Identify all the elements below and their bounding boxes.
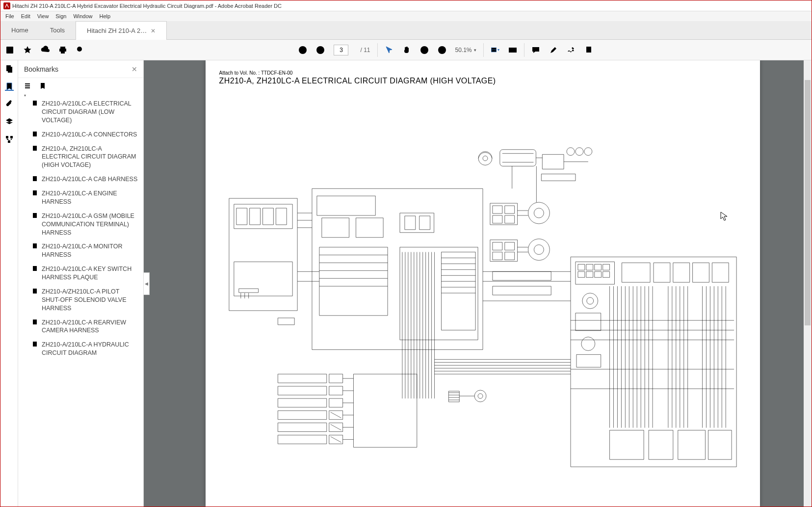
hand-tool-icon[interactable] [402, 46, 411, 54]
svg-point-194 [581, 337, 595, 351]
selection-tool-icon[interactable] [385, 46, 393, 54]
bookmark-item[interactable]: ZH210-A/210LC-A REARVIEW CAMERA HARNESS [18, 316, 143, 338]
fit-width-icon[interactable]: ▾ [491, 46, 499, 54]
svg-rect-81 [234, 262, 292, 296]
tab-home[interactable]: Home [0, 21, 39, 39]
close-panel-icon[interactable]: ✕ [131, 65, 137, 73]
star-icon[interactable] [23, 46, 32, 54]
bookmark-item[interactable]: ZH210-A/210LC-A CONNECTORS [18, 128, 143, 142]
pdf-page: Attach to Vol. No. : TTDCF-EN-00 ZH210-A… [206, 60, 760, 507]
svg-point-192 [586, 297, 593, 304]
bookmark-item[interactable]: ZH210-A/210LC-A KEY SWITCH HARNESS PLAQU… [18, 262, 143, 285]
model-tree-icon[interactable] [5, 135, 14, 144]
close-tab-icon[interactable]: ✕ [151, 27, 156, 34]
page-number-input[interactable] [334, 45, 348, 55]
svg-rect-82 [238, 289, 258, 293]
bookmarks-icon[interactable] [5, 82, 14, 91]
bookmark-item[interactable]: ZH210-A/210LC-A ELECTRICAL CIRCUIT DIAGR… [18, 97, 143, 128]
svg-rect-178 [577, 264, 584, 270]
layers-icon[interactable] [5, 117, 14, 126]
tab-tools[interactable]: Tools [39, 21, 76, 39]
svg-rect-129 [490, 240, 517, 262]
mouse-cursor-icon [720, 212, 728, 221]
page-up-icon[interactable] [298, 46, 307, 54]
bookmark-item[interactable]: ZH210-A/ZH210LC-A PILOT SHUT-OFF SOLENOI… [18, 285, 143, 316]
page-down-icon[interactable] [316, 46, 325, 54]
bookmark-item[interactable]: ZH210-A/210LC-A GSM (MOBILE COMMUNICATIO… [18, 209, 143, 240]
bookmark-item[interactable]: ZH210-A/210LC-A HYDRAULIC CIRCUIT DIAGRA… [18, 338, 143, 360]
tab-document[interactable]: Hitachi ZH 210-A 2… ✕ [76, 21, 167, 40]
svg-rect-42 [33, 190, 37, 195]
highlight-icon[interactable] [549, 46, 558, 54]
svg-rect-182 [577, 271, 584, 277]
page-attach-label: Attach to Vol. No. : TTDCF-EN-00 [219, 70, 746, 76]
menu-window[interactable]: Window [70, 12, 95, 20]
bookmarks-panel: Bookmarks ✕ ▾ ZH210-A/210LC-A ELECTRICAL… [18, 60, 144, 507]
svg-rect-3 [7, 51, 12, 53]
svg-point-64 [483, 156, 488, 161]
print-icon[interactable] [58, 46, 67, 54]
svg-rect-162 [278, 435, 326, 444]
thumbnails-icon[interactable] [5, 64, 14, 73]
navigation-rail [0, 60, 18, 507]
menu-edit[interactable]: Edit [18, 12, 33, 20]
menubar: File Edit View Sign Window Help [0, 11, 812, 21]
svg-rect-125 [492, 206, 502, 213]
bookmark-item[interactable]: ZH210-A/210LC-A ENGINE HARNESS [18, 187, 143, 209]
upload-cloud-icon[interactable] [41, 46, 50, 54]
save-icon[interactable] [5, 46, 14, 54]
menu-view[interactable]: View [34, 12, 52, 20]
bookmark-item[interactable]: ZH210-A, ZH210LC-A ELECTRICAL CIRCUIT DI… [18, 142, 143, 173]
svg-rect-143 [492, 286, 550, 295]
document-area[interactable]: ◀ Attach to Vol. No. : TTDCF-EN-00 ZH210… [144, 60, 812, 507]
svg-point-63 [478, 152, 492, 165]
read-mode-icon[interactable] [508, 46, 517, 54]
svg-point-13 [438, 46, 446, 54]
collapse-panel-handle[interactable]: ◀ [144, 272, 150, 295]
svg-point-11 [420, 46, 428, 54]
svg-rect-183 [586, 271, 593, 277]
zoom-out-icon[interactable] [420, 46, 429, 54]
svg-rect-156 [278, 411, 326, 420]
panel-title: Bookmarks [24, 65, 58, 73]
comment-icon[interactable] [531, 46, 540, 54]
svg-point-134 [528, 202, 550, 224]
svg-rect-80 [276, 208, 287, 225]
svg-rect-88 [316, 196, 375, 215]
svg-rect-30 [33, 101, 37, 106]
svg-rect-6 [61, 51, 65, 53]
scrollbar-thumb[interactable] [805, 80, 811, 325]
svg-rect-152 [278, 386, 326, 395]
panel-options-icon[interactable]: ▾ [24, 82, 32, 90]
vertical-scrollbar[interactable] [804, 60, 812, 507]
svg-rect-74 [541, 174, 576, 181]
sign-icon[interactable] [567, 46, 576, 54]
zoom-level[interactable]: 50.1%▾ [455, 47, 476, 53]
new-bookmark-icon[interactable] [39, 82, 47, 90]
acrobat-icon [3, 2, 10, 9]
svg-rect-185 [602, 271, 609, 277]
svg-point-136 [528, 239, 550, 261]
zoom-in-icon[interactable] [438, 46, 446, 54]
svg-line-164 [330, 436, 341, 442]
svg-rect-103 [399, 247, 477, 340]
bookmark-item[interactable]: ZH210-A/210LC-A CAB HARNESS [18, 172, 143, 187]
menu-sign[interactable]: Sign [52, 12, 69, 20]
attachments-icon[interactable] [5, 100, 14, 108]
svg-rect-159 [278, 423, 326, 432]
stamp-icon[interactable] [584, 46, 593, 54]
svg-rect-28 [25, 85, 30, 86]
titlebar: Hitachi ZH 210-A 210LC-A Hybrid Excavato… [0, 0, 812, 11]
svg-rect-51 [33, 266, 37, 271]
svg-line-158 [330, 412, 341, 418]
search-icon[interactable] [76, 46, 85, 54]
menu-help[interactable]: Help [97, 12, 114, 20]
svg-rect-132 [492, 252, 502, 260]
svg-rect-181 [602, 264, 609, 270]
svg-rect-127 [492, 215, 502, 223]
menu-file[interactable]: File [2, 12, 17, 20]
svg-point-71 [584, 148, 592, 156]
bookmark-item[interactable]: ZH210-A/210LC-A MONITOR HARNESS [18, 240, 143, 262]
svg-rect-188 [673, 263, 689, 282]
svg-rect-102 [419, 216, 430, 230]
